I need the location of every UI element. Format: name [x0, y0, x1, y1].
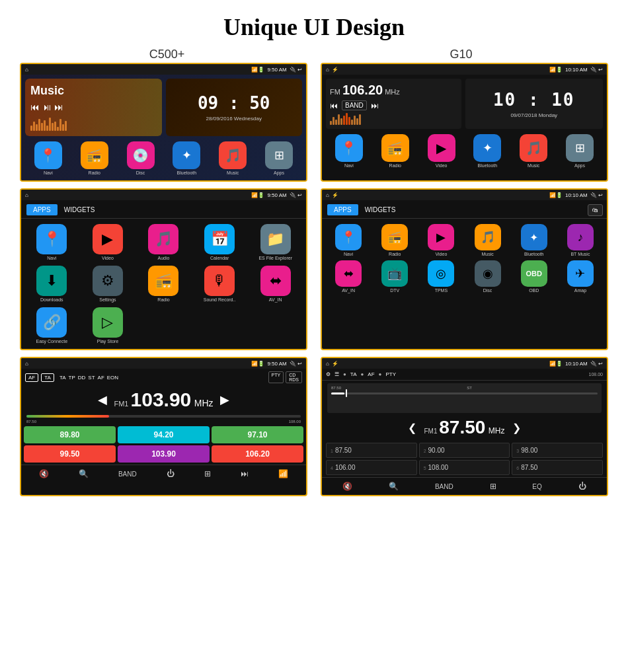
g10-radio-bars	[330, 113, 457, 125]
home-icon: ⌂	[25, 67, 28, 73]
c500-app-easyconnect[interactable]: 🔗 Easy Connecte	[26, 307, 77, 344]
g10-app-btmusic[interactable]: ♪ BT Music	[559, 224, 602, 256]
c500-app-downloads[interactable]: ⬇ Downloads	[26, 266, 77, 302]
g10-app-music[interactable]: 🎵 Music	[520, 134, 547, 168]
af-chip[interactable]: AF	[25, 373, 38, 382]
c500-app-radio[interactable]: 📻 Radio	[138, 266, 189, 302]
search-btn[interactable]: 🔍	[79, 469, 89, 478]
c500-app-avin[interactable]: ⬌ AV_IN	[250, 266, 301, 302]
g10-app-navi[interactable]: 📍 Navi	[327, 224, 370, 256]
g10-preset-4[interactable]: 4106.00	[326, 460, 417, 475]
g10-app-tpms[interactable]: ◎ TPMS	[420, 260, 462, 293]
app-apps[interactable]: ⊞ Apps	[265, 141, 293, 175]
g10-app-apps[interactable]: ⊞ Apps	[566, 134, 594, 168]
mute-btn[interactable]: 🔇	[39, 469, 49, 478]
g10-next-btn[interactable]: ❯	[512, 422, 521, 434]
app-bluetooth[interactable]: ✦ Bluetooth	[173, 141, 200, 175]
g10-app-video[interactable]: ▶ Video	[428, 134, 455, 168]
g10-app-navi[interactable]: 📍 Navi	[335, 134, 363, 168]
preset-5[interactable]: 103.90	[118, 445, 210, 463]
preset-4[interactable]: 99.50	[24, 445, 116, 463]
band-btn[interactable]: BAND	[118, 470, 137, 478]
c500-app-playstore[interactable]: ▷ Play Store	[83, 307, 134, 344]
g10-clock-time: 10 : 10	[493, 90, 575, 110]
g10-app-radio[interactable]: 📻 Radio	[381, 134, 409, 168]
g10-home-screen: ⌂ ⚡ 📶🔋 10:10 AM 🔌 ↩ FM 106.20 MHz ⏮	[321, 63, 608, 182]
app-navi[interactable]: 📍 Navi	[34, 141, 62, 175]
g10-mute-btn[interactable]: 🔇	[342, 482, 352, 491]
c500-app-esfile[interactable]: 📁 ES File Explorer	[250, 224, 301, 260]
music-widget[interactable]: Music ⏮ ⏯ ⏭	[25, 79, 162, 136]
ta-chip[interactable]: TA	[41, 373, 54, 382]
c500-apps-tabs: APPS WIDGETS	[21, 200, 306, 219]
menu-btn[interactable]: ⊞	[204, 469, 211, 478]
skip-btn[interactable]: ⏭	[241, 469, 249, 478]
g10-app-bluetooth[interactable]: ✦ Bluetooth	[513, 224, 555, 256]
tab-widgets-c500[interactable]: WIDGETS	[58, 204, 102, 215]
app-radio[interactable]: 📻 Radio	[81, 141, 108, 175]
g10-presets: 187.50 290.00 398.00 4106.00 5108.00 687…	[322, 441, 607, 477]
g10-menu-btn[interactable]: ⊞	[490, 482, 496, 491]
freq-low: 87.50	[26, 420, 36, 424]
prev-icon[interactable]: ⏮	[330, 101, 338, 110]
g10-app-video[interactable]: ▶ Video	[420, 224, 462, 256]
c500-app-navi[interactable]: 📍 Navi	[26, 224, 77, 260]
col2-header: G10	[314, 48, 608, 61]
g10-apps-screen: ⌂⚡ 📶🔋 10:10 AM 🔌 ↩ APPS WIDGETS 🛍 📍 Navi	[321, 188, 608, 350]
tab-widgets-g10[interactable]: WIDGETS	[358, 204, 403, 215]
g10-preset-2[interactable]: 290.00	[419, 443, 510, 458]
tab-apps-c500[interactable]: APPS	[26, 204, 58, 215]
g10-band-btn[interactable]: BAND	[435, 483, 453, 490]
g10-eq-btn[interactable]: EQ	[532, 483, 541, 490]
list-icon[interactable]: ☰	[334, 371, 339, 377]
preset-6[interactable]: 106.20	[212, 445, 303, 463]
preset-3[interactable]: 97.10	[212, 426, 303, 443]
g10-radio-freq-label: FM 106.20 MHz	[330, 83, 457, 98]
preset-2[interactable]: 94.20	[118, 426, 210, 443]
g10-app-radio[interactable]: 📻 Radio	[373, 224, 416, 256]
next-freq-btn[interactable]: ▶	[220, 392, 229, 407]
c500-app-audio[interactable]: 🎵 Audio	[138, 224, 189, 260]
g10-app-disc[interactable]: ◉ Disc	[466, 260, 508, 293]
g10-apps-grid: 📍 Navi 📻 Radio ▶ Video 🎵 Music	[322, 219, 607, 298]
pty-btn[interactable]: PTY	[268, 371, 284, 383]
c500-app-calendar[interactable]: 📅 Calendar	[194, 224, 245, 260]
c500-app-soundrecord[interactable]: 🎙 Sound Record..	[194, 266, 245, 302]
g10-preset-5[interactable]: 5108.00	[419, 460, 510, 475]
settings-icon[interactable]: ⚙	[326, 371, 331, 377]
g10-app-amap[interactable]: ✈ Amap	[559, 260, 602, 293]
g10-preset-6[interactable]: 687.50	[512, 460, 603, 475]
g10-app-dtv[interactable]: 📺 DTV	[373, 260, 416, 293]
c500-app-settings[interactable]: ⚙ Settings	[83, 266, 134, 302]
g10-radio-widget[interactable]: FM 106.20 MHz ⏮ BAND ⏭	[326, 79, 461, 129]
g10-prev-btn[interactable]: ❮	[408, 422, 416, 434]
g10-freq-slider[interactable]	[331, 392, 598, 394]
status-time-g10: 10:10 AM	[565, 67, 588, 73]
g10-home-status-bar: ⌂ ⚡ 📶🔋 10:10 AM 🔌 ↩	[322, 64, 607, 75]
app-music[interactable]: 🎵 Music	[219, 141, 247, 175]
preset-1[interactable]: 89.80	[24, 426, 116, 443]
g10-clock-date: 09/07/2018 Monday	[510, 112, 557, 118]
page-title: Unique UI Design	[223, 13, 405, 41]
power-btn[interactable]: ⏻	[167, 469, 175, 478]
next-icon[interactable]: ⏭	[371, 101, 379, 110]
g10-app-avin[interactable]: ⬌ AV_IN	[327, 260, 370, 293]
store-chip[interactable]: 🛍	[588, 204, 603, 216]
cdrds-btn[interactable]: CDRDS	[286, 371, 302, 383]
tab-apps-g10[interactable]: APPS	[327, 204, 358, 215]
music-visualizer	[30, 118, 157, 131]
col1-header: C500+	[20, 48, 314, 61]
g10-slider-area: 87.50 ST	[322, 381, 607, 414]
g10-app-music[interactable]: 🎵 Music	[466, 224, 508, 256]
g10-search-btn[interactable]: 🔍	[389, 482, 399, 491]
c500-app-video[interactable]: ▶ Video	[83, 224, 134, 260]
prev-freq-btn[interactable]: ◀	[98, 392, 107, 407]
g10-preset-3[interactable]: 398.00	[512, 443, 603, 458]
g10-app-obd[interactable]: OBD OBD	[513, 260, 555, 293]
music-controls[interactable]: ⏮ ⏯ ⏭	[30, 102, 157, 112]
g10-preset-1[interactable]: 187.50	[326, 443, 417, 458]
g10-power-btn[interactable]: ⏻	[578, 482, 586, 491]
c500-freq-slider[interactable]	[26, 415, 301, 418]
app-disc[interactable]: 💿 Disc	[127, 141, 155, 175]
g10-app-bluetooth[interactable]: ✦ Bluetooth	[473, 134, 501, 168]
